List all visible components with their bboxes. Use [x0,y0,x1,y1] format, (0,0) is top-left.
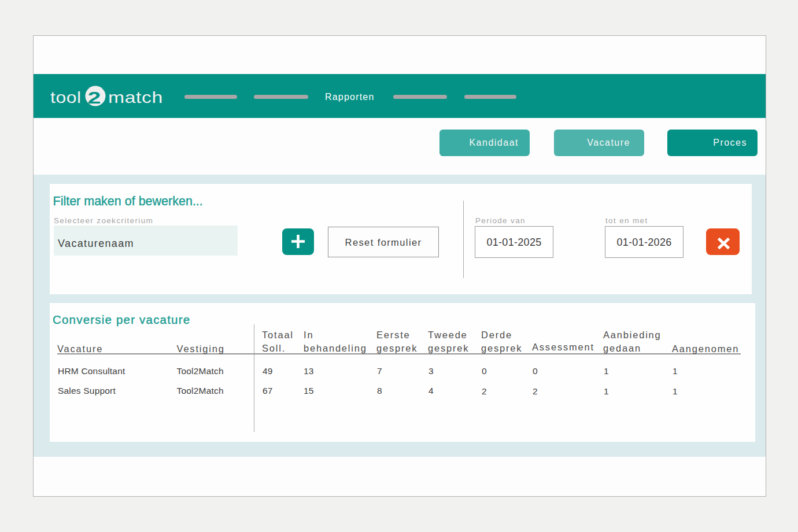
svg-text:2: 2 [88,88,101,107]
